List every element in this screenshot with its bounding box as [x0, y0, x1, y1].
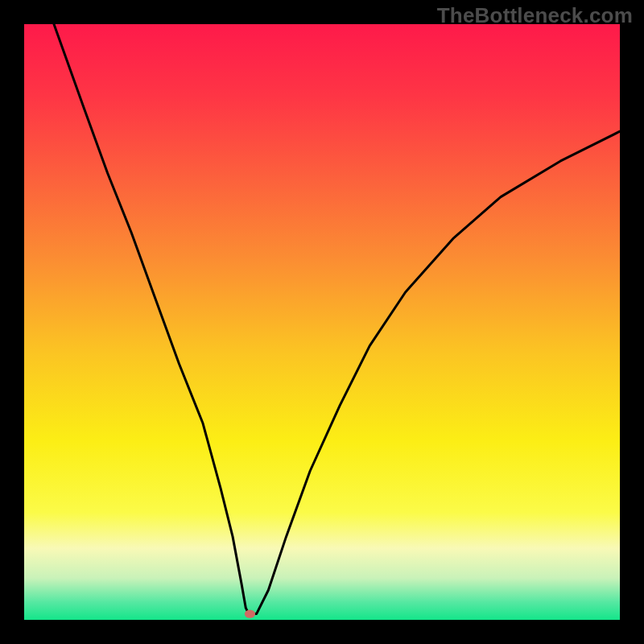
chart-container: TheBottleneck.com	[0, 0, 644, 644]
marker-dot	[245, 609, 255, 617]
plot-background	[24, 24, 620, 620]
watermark-text: TheBottleneck.com	[437, 3, 633, 28]
bottleneck-chart	[0, 0, 644, 644]
